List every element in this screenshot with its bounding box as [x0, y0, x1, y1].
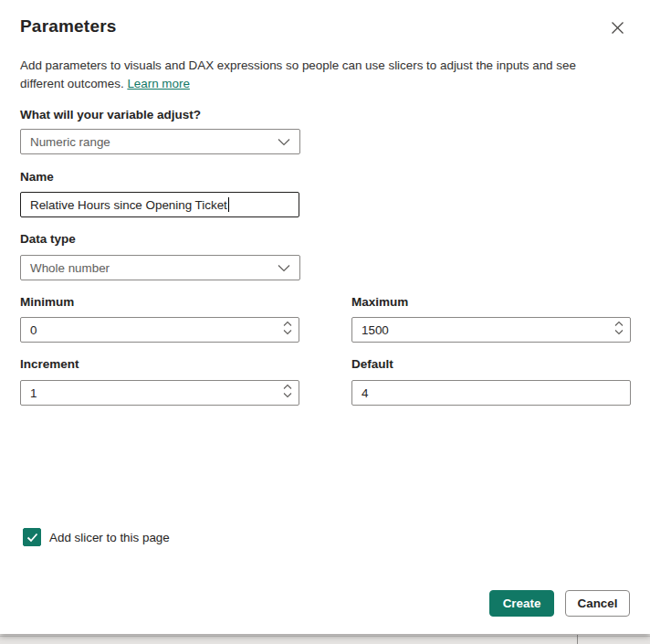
parameters-dialog: Parameters Add parameters to visuals and…	[0, 0, 650, 634]
increment-input[interactable]: 1	[20, 380, 299, 406]
minimum-spinner[interactable]	[283, 321, 292, 335]
adjust-label: What will your variable adjust?	[20, 108, 201, 121]
data-type-dropdown[interactable]: Whole number	[20, 255, 300, 280]
name-input[interactable]: Relative Hours since Opening Ticket	[20, 192, 299, 217]
close-icon	[611, 21, 624, 35]
data-type-label: Data type	[20, 232, 76, 246]
default-input[interactable]: 4	[351, 380, 631, 406]
default-label: Default	[351, 357, 393, 371]
dialog-description: Add parameters to visuals and DAX expres…	[20, 57, 624, 92]
chevron-down-icon	[278, 138, 290, 146]
name-input-value: Relative Hours since Opening Ticket	[30, 198, 227, 212]
increment-label: Increment	[20, 357, 79, 371]
dialog-title: Parameters	[20, 16, 117, 37]
maximum-input[interactable]: 1500	[351, 317, 631, 343]
spin-up-icon[interactable]	[283, 321, 292, 327]
maximum-spinner[interactable]	[614, 321, 624, 335]
minimum-input-value: 0	[30, 323, 37, 337]
background-page-strip	[0, 636, 650, 644]
spin-down-icon[interactable]	[283, 329, 292, 335]
increment-spinner[interactable]	[283, 384, 292, 398]
minimum-input[interactable]: 0	[20, 317, 299, 343]
add-slicer-row: Add slicer to this page	[23, 528, 170, 546]
close-button[interactable]	[606, 16, 628, 38]
default-input-value: 4	[362, 386, 368, 400]
data-type-dropdown-value: Whole number	[30, 261, 110, 275]
increment-input-value: 1	[30, 386, 37, 400]
text-cursor	[228, 197, 229, 212]
cancel-button[interactable]: Cancel	[565, 590, 630, 617]
spin-up-icon[interactable]	[614, 321, 624, 327]
maximum-label: Maximum	[351, 295, 408, 309]
name-label: Name	[20, 170, 54, 184]
screen: Parameters Add parameters to visuals and…	[0, 0, 650, 644]
checkmark-icon	[26, 533, 38, 543]
background-divider	[577, 635, 578, 644]
description-line2: different outcomes.	[20, 77, 124, 90]
spin-up-icon[interactable]	[283, 384, 292, 390]
description-line1: Add parameters to visuals and DAX expres…	[20, 58, 576, 72]
spin-down-icon[interactable]	[614, 329, 624, 335]
chevron-down-icon	[278, 264, 290, 272]
learn-more-link[interactable]: Learn more	[127, 77, 189, 90]
maximum-input-value: 1500	[362, 323, 389, 337]
minimum-label: Minimum	[20, 295, 74, 309]
adjust-dropdown[interactable]: Numeric range	[20, 129, 300, 154]
create-button[interactable]: Create	[489, 590, 554, 617]
add-slicer-label: Add slicer to this page	[49, 531, 170, 544]
spin-down-icon[interactable]	[283, 392, 292, 398]
adjust-dropdown-value: Numeric range	[30, 135, 110, 149]
add-slicer-checkbox[interactable]	[23, 528, 41, 546]
